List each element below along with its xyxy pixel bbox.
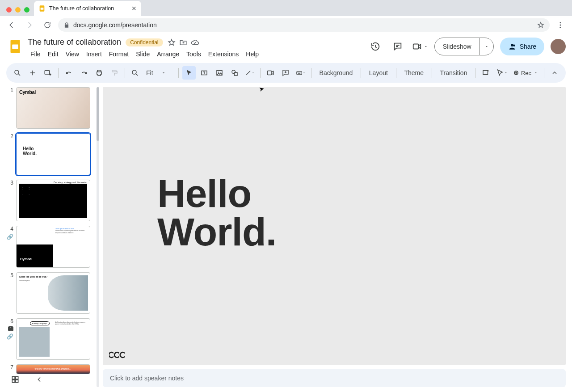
chevron-up-icon: [551, 69, 558, 76]
star-button[interactable]: [168, 38, 176, 46]
slide-thumb-5[interactable]: 5 Seem too good to be true?Short body te…: [6, 272, 90, 314]
insert-video-button[interactable]: [264, 66, 277, 80]
insert-shape-button[interactable]: [228, 66, 241, 80]
window-minimize-icon[interactable]: [15, 7, 21, 13]
menu-arrange[interactable]: Arrange: [154, 49, 182, 59]
slide-number: 4: [6, 226, 13, 232]
caret-down-icon: [252, 71, 255, 75]
new-slide-button[interactable]: [26, 66, 39, 80]
zoom-out-button[interactable]: [128, 66, 142, 80]
plus-icon: [29, 69, 37, 77]
forward-button[interactable]: [22, 18, 37, 32]
paint-format-button[interactable]: [108, 66, 121, 80]
background-button[interactable]: Background: [315, 66, 358, 80]
browser-tab[interactable]: The future of collaboration ✕: [34, 1, 141, 16]
omnibox[interactable]: docs.google.com/presentation: [58, 18, 550, 32]
cursor-icon: [185, 69, 193, 77]
menu-extensions[interactable]: Extensions: [206, 49, 241, 59]
textbox-button[interactable]: [198, 66, 211, 80]
slide-thumb-1[interactable]: 1 Cymbal: [6, 87, 90, 129]
menu-edit[interactable]: Edit: [45, 49, 61, 59]
share-button[interactable]: Share: [500, 38, 544, 55]
slides-favicon-icon: [38, 5, 46, 12]
url-text: docs.google.com/presentation: [73, 21, 157, 29]
slide-thumb-4[interactable]: 4🔗 Lorem ipsum dolor sit amet…consectetu…: [6, 226, 90, 267]
textbox-icon: [200, 69, 208, 77]
paint-roller-icon: [110, 69, 118, 77]
window-close-icon[interactable]: [6, 7, 12, 13]
account-avatar[interactable]: [551, 39, 566, 54]
slide-text[interactable]: Hello World.: [157, 174, 276, 251]
menu-tools[interactable]: Tools: [184, 49, 204, 59]
insert-image-button[interactable]: [213, 66, 226, 80]
transition-button[interactable]: Transition: [435, 66, 471, 80]
slide-thumb-6[interactable]: 61🔗 A family-run group.Multinational con…: [6, 318, 90, 360]
slide-canvas[interactable]: ➤ Hello World.: [103, 87, 566, 365]
hide-menus-button[interactable]: [548, 66, 561, 80]
bottom-left-controls: [8, 372, 46, 387]
confidential-badge[interactable]: Confidential: [126, 38, 163, 46]
redo-button[interactable]: [77, 66, 91, 80]
search-menus-button[interactable]: [11, 66, 24, 80]
undo-button[interactable]: [62, 66, 76, 80]
layout-button[interactable]: Layout: [365, 66, 392, 80]
browser-menu-button[interactable]: [553, 18, 568, 32]
reload-button[interactable]: [40, 18, 55, 32]
select-tool-button[interactable]: [182, 66, 196, 80]
film-strip[interactable]: 1 Cymbal 2 HelloWorld. 3 Our story, stra…: [6, 87, 93, 387]
slides-logo-icon[interactable]: [6, 38, 24, 55]
comments-button[interactable]: [390, 38, 406, 55]
insert-line-button[interactable]: [243, 66, 257, 80]
print-button[interactable]: [93, 66, 106, 80]
zoom-select[interactable]: Fit: [143, 69, 175, 76]
bookmark-star-icon[interactable]: [537, 21, 544, 29]
pointer-menu-button[interactable]: [494, 66, 509, 80]
slide-plus-icon: [44, 69, 52, 77]
star-outline-icon: [168, 38, 176, 46]
move-button[interactable]: [179, 38, 187, 46]
cloud-check-icon: [191, 38, 199, 46]
thumb6-pill: A family-run group.: [30, 321, 50, 325]
svg-rect-22: [12, 380, 15, 383]
slide-thumb-3[interactable]: 3 Our story, strategy and discussion••••…: [6, 180, 90, 221]
menu-help[interactable]: Help: [243, 49, 261, 59]
slideshow-button[interactable]: Slideshow: [434, 38, 494, 55]
menu-view[interactable]: View: [63, 49, 82, 59]
meet-button[interactable]: [412, 38, 428, 55]
undo-icon: [65, 69, 73, 77]
grid-view-button[interactable]: [8, 372, 22, 387]
new-slide-with-layout-button[interactable]: [41, 66, 55, 80]
toolbar: Fit Background Layout Theme Transition R…: [6, 63, 566, 83]
tab-close-icon[interactable]: ✕: [131, 5, 137, 12]
cloud-status-button[interactable]: [191, 38, 199, 46]
image-generate-button[interactable]: [479, 66, 492, 80]
collapse-filmstrip-button[interactable]: [32, 372, 46, 387]
svg-rect-1: [41, 8, 44, 10]
back-button[interactable]: [4, 18, 19, 32]
thumb1-brand: Cymbal: [19, 89, 36, 95]
shapes-icon: [231, 69, 239, 77]
speaker-notes[interactable]: Click to add speaker notes: [103, 369, 566, 387]
menu-slide[interactable]: Slide: [133, 49, 152, 59]
menu-insert[interactable]: Insert: [84, 49, 105, 59]
window-zoom-icon[interactable]: [24, 7, 29, 13]
speaker-notes-placeholder: Click to add speaker notes: [110, 375, 184, 382]
theme-button[interactable]: Theme: [400, 66, 428, 80]
filmstrip-scrollbar[interactable]: [97, 87, 99, 387]
menu-format[interactable]: Format: [106, 49, 131, 59]
input-tools-button[interactable]: [294, 66, 307, 80]
slide-thumb-2[interactable]: 2 HelloWorld.: [6, 133, 90, 175]
svg-point-4: [560, 27, 561, 28]
slideshow-dropdown[interactable]: [479, 38, 493, 55]
menu-file[interactable]: File: [28, 49, 43, 59]
record-label: Rec: [521, 70, 531, 76]
arrow-right-icon: [25, 21, 34, 29]
document-title[interactable]: The future of collaboration: [28, 38, 121, 47]
zoom-value: Fit: [146, 69, 153, 76]
version-history-button[interactable]: [367, 38, 383, 55]
record-button[interactable]: Rec: [511, 70, 540, 76]
insert-comment-button[interactable]: [279, 66, 292, 80]
svg-point-8: [15, 70, 19, 74]
slideshow-label: Slideshow: [435, 43, 479, 50]
redo-icon: [80, 69, 88, 77]
